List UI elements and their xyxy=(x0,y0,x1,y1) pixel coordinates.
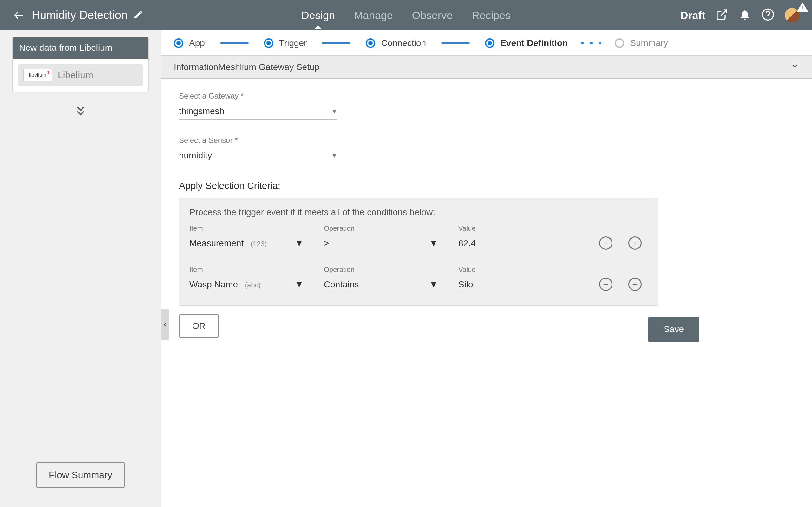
page-title: Humidity Detection xyxy=(32,9,128,22)
step-event-definition[interactable]: Event Definition xyxy=(485,38,568,48)
tab-design[interactable]: Design xyxy=(301,9,335,21)
chevron-down-icon: ▼ xyxy=(295,279,304,290)
condition-value-field: Value xyxy=(458,266,572,293)
section-collapse-icon[interactable] xyxy=(791,61,799,72)
sensor-field: Select a Sensor * humidity ▼ xyxy=(179,136,338,164)
step-connector xyxy=(322,43,351,44)
section-title: InformationMeshlium Gateway Setup xyxy=(174,62,319,72)
chevron-down-icon: ▼ xyxy=(331,152,338,159)
step-app-indicator xyxy=(174,38,183,48)
criteria-title: Apply Selection Criteria: xyxy=(179,180,794,191)
chevron-down-icon: ▼ xyxy=(295,238,304,248)
step-connector-dots xyxy=(581,42,601,44)
item-label: Item xyxy=(189,224,304,233)
collapse-sidebar-handle[interactable] xyxy=(161,309,169,340)
remove-condition-button[interactable]: − xyxy=(599,278,612,291)
chevron-down-icon: ▼ xyxy=(429,279,438,290)
left-sidebar: New data from Libelium libelium ↯ Libeli… xyxy=(0,31,161,507)
condition-operation-field: Operation > ▼ xyxy=(324,224,438,252)
condition-value-input[interactable] xyxy=(458,276,572,293)
status-badge: Draft xyxy=(680,9,705,21)
step-connection-label: Connection xyxy=(381,38,426,48)
step-summary-label: Summary xyxy=(630,38,668,48)
gateway-select[interactable]: thingsmesh ▼ xyxy=(179,103,338,120)
save-button[interactable]: Save xyxy=(648,317,699,342)
gateway-field: Select a Gateway * thingsmesh ▼ xyxy=(179,92,338,120)
tab-recipes[interactable]: Recipes xyxy=(472,9,511,21)
criteria-description: Process the trigger event if it meets al… xyxy=(189,207,647,217)
step-trigger-label: Trigger xyxy=(279,38,307,48)
section-header[interactable]: InformationMeshlium Gateway Setup xyxy=(161,56,812,79)
step-summary-indicator xyxy=(615,38,624,48)
condition-operation-value: > xyxy=(324,238,329,248)
help-icon[interactable] xyxy=(761,8,774,22)
condition-operation-select[interactable]: > ▼ xyxy=(324,235,438,252)
condition-operation-select[interactable]: Contains ▼ xyxy=(324,276,438,293)
or-button[interactable]: OR xyxy=(179,314,219,338)
step-trigger[interactable]: Trigger xyxy=(264,38,307,48)
condition-item-type: (123) xyxy=(251,240,267,248)
libelium-logo-text: libelium xyxy=(29,72,46,78)
warning-icon xyxy=(797,2,808,12)
step-trigger-indicator xyxy=(264,38,273,48)
antenna-icon: ↯ xyxy=(46,70,50,75)
gateway-label: Select a Gateway * xyxy=(179,92,338,101)
libelium-label: Libelium xyxy=(58,70,93,80)
svg-line-1 xyxy=(721,10,727,15)
condition-row: Item Measurement (123) ▼ Operation xyxy=(189,224,647,252)
condition-row: Item Wasp Name (abc) ▼ Operation xyxy=(189,266,647,293)
avatar-container[interactable] xyxy=(785,8,799,22)
flow-card-title: New data from Libelium xyxy=(13,37,148,59)
top-bar: Humidity Detection Design Manage Observe… xyxy=(0,0,812,31)
remove-condition-button[interactable]: − xyxy=(599,236,612,250)
libelium-logo: libelium ↯ xyxy=(23,69,52,81)
step-event-definition-indicator xyxy=(485,38,495,48)
chevron-down-icon: ▼ xyxy=(429,238,438,248)
wizard-stepper: App Trigger Connection Event Definition xyxy=(161,31,812,56)
bell-icon[interactable] xyxy=(739,8,751,22)
step-app[interactable]: App xyxy=(174,38,205,48)
condition-value-input[interactable] xyxy=(458,235,572,252)
value-label: Value xyxy=(458,266,572,274)
main-panel: App Trigger Connection Event Definition xyxy=(161,31,812,507)
step-summary[interactable]: Summary xyxy=(615,38,668,48)
add-condition-button[interactable]: + xyxy=(628,278,642,291)
flow-summary-button[interactable]: Flow Summary xyxy=(36,462,125,488)
form-area: Select a Gateway * thingsmesh ▼ Select a… xyxy=(161,79,812,354)
condition-item-field: Item Wasp Name (abc) ▼ xyxy=(189,266,304,293)
expand-chevron-icon[interactable] xyxy=(74,105,87,118)
flow-card[interactable]: New data from Libelium libelium ↯ Libeli… xyxy=(12,37,149,92)
condition-value-field: Value xyxy=(458,224,572,252)
gateway-value: thingsmesh xyxy=(179,106,224,116)
tab-manage[interactable]: Manage xyxy=(354,9,393,21)
step-connector xyxy=(220,43,249,44)
sensor-label: Select a Sensor * xyxy=(179,136,338,145)
sensor-value: humidity xyxy=(179,151,212,161)
condition-item-field: Item Measurement (123) ▼ xyxy=(189,224,304,252)
operation-label: Operation xyxy=(324,224,438,233)
step-connector xyxy=(441,43,470,44)
edit-icon[interactable] xyxy=(133,9,143,21)
condition-item-select[interactable]: Measurement (123) ▼ xyxy=(189,235,304,252)
chevron-down-icon: ▼ xyxy=(331,108,338,115)
step-app-label: App xyxy=(189,38,205,48)
sensor-select[interactable]: humidity ▼ xyxy=(179,147,338,164)
condition-operation-field: Operation Contains ▼ xyxy=(324,266,438,293)
condition-item-value: Measurement xyxy=(189,238,244,248)
back-arrow-icon[interactable] xyxy=(13,9,26,21)
main-tabs: Design Manage Observe Recipes xyxy=(301,0,511,31)
step-event-definition-label: Event Definition xyxy=(500,38,568,48)
condition-item-value: Wasp Name xyxy=(189,279,238,289)
libelium-block[interactable]: libelium ↯ Libelium xyxy=(18,64,143,86)
item-label: Item xyxy=(189,266,304,274)
operation-label: Operation xyxy=(324,266,438,274)
condition-operation-value: Contains xyxy=(324,279,359,290)
add-condition-button[interactable]: + xyxy=(628,236,642,250)
tab-observe[interactable]: Observe xyxy=(412,9,453,21)
condition-item-type: (abc) xyxy=(245,281,261,289)
step-connection-indicator xyxy=(366,38,375,48)
value-label: Value xyxy=(458,224,572,233)
open-external-icon[interactable] xyxy=(716,8,728,22)
condition-item-select[interactable]: Wasp Name (abc) ▼ xyxy=(189,276,304,293)
step-connection[interactable]: Connection xyxy=(366,38,426,48)
